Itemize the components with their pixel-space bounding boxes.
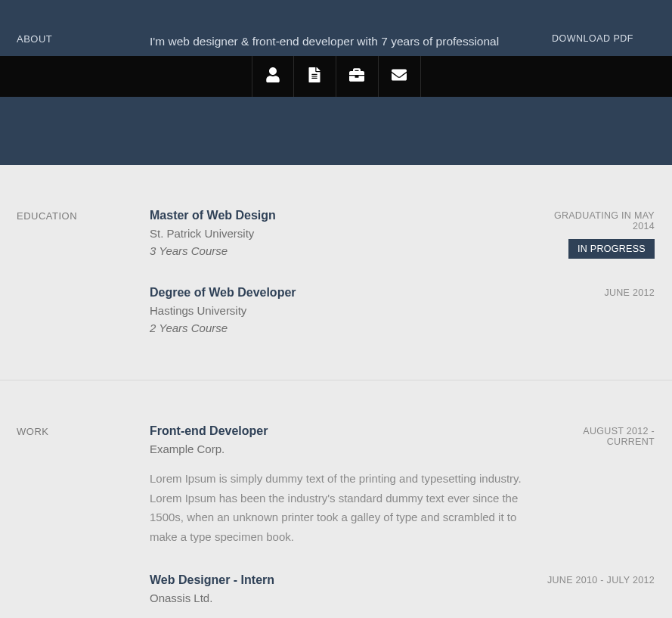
- document-icon: [307, 67, 322, 85]
- user-icon: [265, 67, 280, 85]
- education-item-date: GRADUATING IN MAY 2014: [535, 210, 655, 231]
- education-item-detail: 2 Years Course: [150, 321, 535, 334]
- education-section: EDUCATION Master of Web Design St. Patri…: [0, 165, 672, 380]
- education-item-institution: St. Patrick University: [150, 227, 535, 240]
- education-label: EDUCATION: [17, 209, 150, 259]
- work-item-date: AUGUST 2012 - CURRENT: [535, 426, 655, 447]
- status-badge: IN PROGRESS: [568, 239, 655, 259]
- nav-work[interactable]: [336, 56, 379, 97]
- work-item-title: Front-end Developer: [150, 424, 535, 438]
- nav-bar: [0, 56, 672, 97]
- education-item-title: Master of Web Design: [150, 209, 535, 222]
- briefcase-icon: [349, 67, 364, 85]
- education-item-detail: 3 Years Course: [150, 244, 535, 257]
- work-item-date: JUNE 2010 - JULY 2012: [535, 575, 655, 585]
- envelope-icon: [392, 67, 407, 85]
- work-item-description: Lorem Ipsum is simply dummy text of the …: [150, 469, 535, 546]
- nav-about[interactable]: [252, 56, 294, 97]
- education-item-institution: Hastings University: [150, 304, 535, 317]
- nav-contact[interactable]: [379, 56, 421, 97]
- work-section: WORK Front-end Developer Example Corp. L…: [0, 380, 672, 618]
- education-item-title: Degree of Web Developer: [150, 286, 535, 300]
- work-item-title: Web Designer - Intern: [150, 573, 535, 587]
- work-item-company: Onassis Ltd.: [150, 592, 535, 604]
- about-section: ABOUT I'm web designer & front-end devel…: [0, 0, 672, 165]
- nav-resume[interactable]: [294, 56, 336, 97]
- work-label: WORK: [17, 424, 150, 546]
- education-item-date: JUNE 2012: [535, 287, 655, 298]
- work-item-company: Example Corp.: [150, 443, 535, 455]
